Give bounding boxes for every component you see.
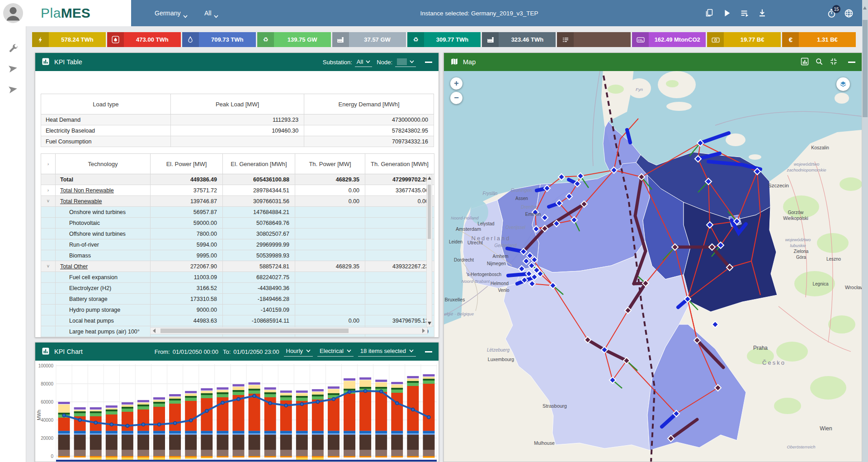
technology-name-cell: Fuel cell expansion bbox=[56, 272, 151, 283]
map-icon bbox=[450, 57, 458, 67]
value-cell bbox=[365, 283, 434, 294]
logo-mes: MES bbox=[61, 5, 90, 21]
from-datetime-input[interactable]: From: 01/01/2050 00:00 bbox=[155, 348, 218, 355]
zoom-out-button[interactable]: − bbox=[450, 92, 462, 104]
user-avatar-icon bbox=[3, 3, 23, 23]
value-cell: 272067.90 bbox=[151, 261, 223, 272]
region-select[interactable]: Germany bbox=[155, 0, 188, 26]
technology-name-cell[interactable]: Total Non Renewable bbox=[56, 185, 151, 196]
technology-name-cell: Photovoltaic bbox=[56, 218, 151, 229]
technology-name-cell[interactable]: Total Renewable bbox=[56, 196, 151, 207]
run-icon[interactable] bbox=[722, 8, 732, 18]
layers-button[interactable] bbox=[836, 77, 850, 91]
substation-select[interactable]: Substation: All bbox=[323, 57, 373, 67]
interval-select[interactable]: Hourly bbox=[284, 347, 313, 357]
kpi-tile-lightning[interactable]: 578.24 TWh bbox=[32, 32, 106, 47]
column-header: Th. Power [MW] bbox=[295, 154, 365, 174]
tech-table-row: Onshore wind turbines56957.87147684884.2… bbox=[41, 207, 434, 218]
panel-title: KPI Table bbox=[54, 58, 82, 66]
kpi-tile-flame[interactable]: 473.00 TWh bbox=[107, 32, 181, 47]
kpi-tile-factory[interactable]: 37.57 GW bbox=[332, 32, 406, 47]
tech-table-vscrollbar[interactable] bbox=[426, 174, 432, 327]
logo-pla: Pla bbox=[41, 5, 61, 21]
copy-icon[interactable] bbox=[704, 8, 714, 18]
substation-label: Substation: bbox=[323, 59, 352, 66]
minimize-panel-button[interactable] bbox=[425, 62, 432, 63]
value-cell bbox=[365, 207, 434, 218]
kpi-tile-factory[interactable]: 323.46 TWh bbox=[482, 32, 556, 47]
lightning-icon bbox=[32, 32, 49, 47]
kpi-tile-co2[interactable]: CO2162.49 MtonCO2 bbox=[632, 32, 706, 47]
factory-icon bbox=[482, 32, 499, 47]
value-cell: 3166.52 bbox=[151, 283, 223, 294]
column-header: Technology bbox=[56, 154, 151, 174]
minimize-panel-button[interactable] bbox=[425, 351, 432, 352]
node-select[interactable]: Node: bbox=[377, 57, 416, 67]
value-cell bbox=[295, 283, 365, 294]
scrollbar-thumb[interactable] bbox=[863, 20, 868, 117]
queue-icon[interactable] bbox=[740, 8, 750, 18]
location-arrow-icon[interactable] bbox=[8, 63, 19, 74]
search-icon[interactable] bbox=[815, 57, 825, 67]
kpi-tile-value: 37.57 GW bbox=[349, 32, 406, 47]
minimize-panel-button[interactable] bbox=[848, 62, 855, 63]
tech-table-hscrollbar[interactable] bbox=[150, 327, 428, 334]
download-icon[interactable] bbox=[757, 8, 767, 18]
value-cell bbox=[170, 136, 304, 147]
instance-selected-label: Instance selected: Germany_2019_v3_TEP bbox=[420, 0, 538, 26]
kpi-tile-recycle[interactable]: ♻139.75 GW bbox=[257, 32, 331, 47]
technology-name-cell: Biomass bbox=[56, 250, 151, 261]
zoom-in-button[interactable]: + bbox=[450, 77, 462, 90]
technology-name-cell[interactable]: Total Other bbox=[56, 261, 151, 272]
value-cell: 7800.00 bbox=[151, 229, 223, 239]
value-cell bbox=[295, 305, 365, 315]
load-type-cell: Fuel Consumption bbox=[41, 136, 171, 147]
svg-text:60000: 60000 bbox=[41, 400, 53, 405]
load-table-row: Electricity Baseload109460.30578243802.9… bbox=[41, 125, 434, 136]
row-expander-icon[interactable]: › bbox=[41, 185, 56, 196]
svg-text:100000: 100000 bbox=[38, 363, 54, 368]
recycle-icon: ♻ bbox=[257, 32, 274, 47]
map-panel: Map AmsterdamLelystadLeidenUtrechtDordre… bbox=[443, 52, 862, 462]
value-cell: 0.00 bbox=[295, 315, 365, 326]
kpi-tile-value bbox=[574, 32, 631, 47]
scroll-up-arrow-icon[interactable] bbox=[863, 6, 867, 10]
value-cell: -4438490.36 bbox=[223, 283, 295, 294]
value-cell: 578243802.95 bbox=[304, 125, 434, 136]
globe-icon[interactable] bbox=[844, 8, 854, 18]
chart-toggle-icon[interactable] bbox=[800, 57, 810, 67]
page-scrollbar[interactable] bbox=[862, 0, 868, 462]
column-header[interactable]: › bbox=[41, 154, 56, 174]
kpi-tile-euro[interactable]: €1.31 B€ bbox=[782, 32, 856, 47]
row-expander-icon[interactable]: ˅ bbox=[41, 196, 56, 207]
svg-text:€: € bbox=[788, 36, 793, 43]
value-cell: 33677435.06 bbox=[365, 185, 434, 196]
location-arrow-icon[interactable] bbox=[8, 84, 19, 95]
load-table-row: Heat Demand111293.23473000000.00 bbox=[41, 114, 434, 125]
kpi-tile-droplet[interactable]: 709.73 TWh bbox=[182, 32, 256, 47]
substation-value: All bbox=[357, 58, 363, 65]
map-canvas[interactable]: AmsterdamLelystadLeidenUtrechtDordrechtA… bbox=[444, 71, 862, 462]
kpi-tile-list[interactable] bbox=[557, 32, 631, 47]
kpi-tile-recycle[interactable]: ♻309.77 TWh bbox=[407, 32, 481, 47]
value-cell: 9995.00 bbox=[151, 250, 223, 261]
load-table: Load typePeak Load [MW]Energy Demand [MW… bbox=[41, 94, 434, 147]
technology-name-cell: Local heat pumps bbox=[56, 315, 151, 326]
scope-select[interactable]: All bbox=[204, 0, 218, 26]
value-cell: 2064.57 bbox=[151, 337, 223, 338]
value-cell: 56957.87 bbox=[151, 207, 223, 218]
to-datetime-input[interactable]: To: 01/01/2050 23:00 bbox=[223, 348, 279, 355]
fit-bounds-icon[interactable] bbox=[829, 57, 839, 67]
value-cell bbox=[295, 250, 365, 261]
avatar[interactable] bbox=[0, 0, 26, 26]
timer-icon[interactable]: 15 bbox=[826, 8, 836, 18]
recycle-icon: ♻ bbox=[407, 32, 424, 47]
type-select[interactable]: Electrical bbox=[317, 347, 354, 357]
row-expander-icon[interactable]: ˅ bbox=[41, 261, 56, 272]
items-multiselect[interactable]: 18 items selected bbox=[358, 347, 416, 357]
tech-table-row: Total449386.49605436100.8846829.35472999… bbox=[41, 174, 434, 185]
row-expander-empty bbox=[41, 326, 56, 337]
kpi-tile-banknote[interactable]: 19.77 B€ bbox=[707, 32, 781, 47]
wrench-icon[interactable] bbox=[8, 43, 19, 53]
factory-icon bbox=[332, 32, 349, 47]
